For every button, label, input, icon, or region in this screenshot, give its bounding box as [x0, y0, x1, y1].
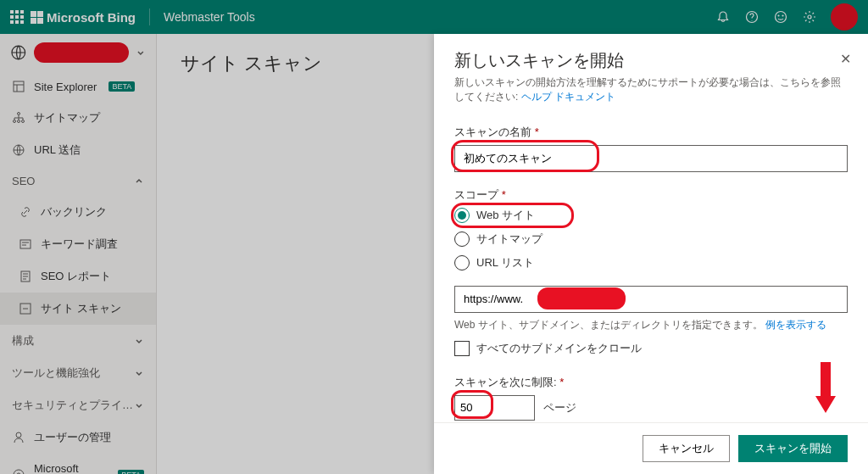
limit-field: スキャンを次に制限: * ページ 残りのクォータ: 1000 ページ。 詳細情報 — [454, 375, 848, 422]
url-input[interactable] — [454, 286, 848, 313]
desc-text: 新しいスキャンの開始方法を理解するためにサポートが必要な場合は、こちらを参照して… — [454, 76, 841, 103]
help-doc-link[interactable]: ヘルプ ドキュメント — [521, 91, 615, 103]
checkbox-icon — [454, 341, 470, 356]
crawl-subdomains[interactable]: すべてのサブドメインをクロール — [454, 341, 848, 356]
panel-footer: キャンセル スキャンを開始 — [434, 422, 868, 474]
attention-arrow-icon — [809, 362, 843, 413]
limit-input[interactable] — [454, 395, 535, 421]
scan-name-field: スキャンの名前 * — [454, 125, 848, 172]
scan-name-input[interactable] — [454, 145, 848, 172]
radio-label: サイトマップ — [476, 231, 542, 247]
close-icon[interactable]: ✕ — [840, 51, 851, 67]
scope-website[interactable]: Web サイト — [454, 208, 848, 223]
panel-title: 新しいスキャンを開始 — [454, 49, 848, 72]
url-hint: Web サイト、サブドメイン、またはディレクトリを指定できます。 例を表示する — [454, 318, 848, 332]
new-scan-panel: 新しいスキャンを開始 新しいスキャンの開始方法を理解するためにサポートが必要な場… — [434, 34, 868, 474]
show-example-link[interactable]: 例を表示する — [765, 319, 826, 331]
limit-label: スキャンを次に制限: * — [454, 375, 848, 390]
limit-unit: ページ — [543, 400, 576, 415]
radio-label: Web サイト — [476, 208, 535, 223]
scan-name-label: スキャンの名前 * — [454, 125, 848, 140]
radio-icon — [454, 231, 470, 247]
cancel-button[interactable]: キャンセル — [643, 435, 730, 462]
start-scan-button[interactable]: スキャンを開始 — [738, 435, 848, 462]
scope-url-list[interactable]: URL リスト — [454, 255, 848, 270]
scope-sitemap[interactable]: サイトマップ — [454, 231, 848, 247]
url-field: Web サイト、サブドメイン、またはディレクトリを指定できます。 例を表示する … — [454, 286, 848, 356]
svg-rect-18 — [821, 362, 831, 396]
panel-body: スキャンの名前 * スコープ * Web サイト サイトマップ URL リスト — [434, 111, 868, 422]
checkbox-label: すべてのサブドメインをクロール — [476, 341, 642, 356]
scope-radio-group: Web サイト サイトマップ URL リスト — [454, 208, 848, 270]
panel-description: 新しいスキャンの開始方法を理解するためにサポートが必要な場合は、こちらを参照して… — [454, 75, 848, 104]
url-redacted — [537, 287, 626, 309]
scope-field: スコープ * Web サイト サイトマップ URL リスト — [454, 187, 848, 270]
panel-header: 新しいスキャンを開始 新しいスキャンの開始方法を理解するためにサポートが必要な場… — [434, 34, 868, 111]
limit-row: ページ — [454, 395, 848, 421]
radio-icon — [454, 255, 470, 270]
radio-icon — [454, 208, 470, 223]
radio-label: URL リスト — [476, 255, 534, 270]
scope-label: スコープ * — [454, 187, 848, 203]
